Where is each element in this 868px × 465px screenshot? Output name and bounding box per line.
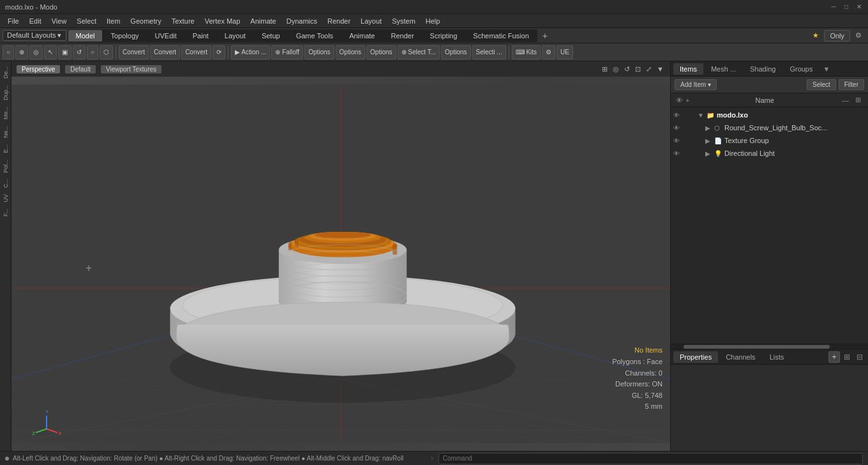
menu-item-select[interactable]: Select (71, 16, 101, 26)
layout-gear-button[interactable]: ⚙ (851, 30, 865, 41)
expand-toggle[interactable]: ▼ (698, 112, 705, 119)
left-tab-E[interactable]: E... (1, 142, 10, 156)
viewport-icon-grid[interactable]: ⊞ (601, 65, 609, 73)
expand-toggle[interactable]: ▶ (705, 125, 713, 132)
menu-item-vertex-map[interactable]: Vertex Map (200, 16, 246, 26)
expand-all-button[interactable]: ⊞ (853, 96, 863, 104)
toolbar-button-options4[interactable]: Options (441, 45, 470, 59)
toolbar-button-options1[interactable]: Options (304, 45, 334, 59)
left-tab-Ne[interactable]: Ne... (1, 123, 10, 141)
viewport-icon-expand[interactable]: ⤢ (645, 65, 653, 73)
toolbar-button-tool5[interactable]: ▣ (58, 45, 71, 59)
visibility-toggle[interactable]: 👁 (673, 150, 682, 157)
layout-tab-model[interactable]: Model (68, 30, 103, 42)
visibility-toggle[interactable]: 👁 (673, 137, 682, 144)
toolbar-button-options3[interactable]: Options (366, 45, 396, 59)
menu-item-file[interactable]: File (3, 16, 24, 26)
layout-tab-game-tools[interactable]: Game Tools (288, 30, 341, 42)
items-list[interactable]: 👁 ▼ 📁 modo.lxo 👁 ▶ ⬡ Round_Screw_Light_B… (671, 107, 868, 344)
toolbar-button-tool7[interactable]: ○ (87, 45, 98, 59)
items-scrollbar[interactable] (671, 344, 868, 349)
viewport-perspective-tag[interactable]: Perspective (17, 65, 60, 73)
layout-tab-render[interactable]: Render (383, 30, 421, 42)
expand-toggle[interactable]: ▶ (705, 150, 713, 157)
collapse-all-button[interactable]: — (840, 96, 851, 104)
properties-collapse-button[interactable]: ⊟ (854, 351, 865, 363)
menu-item-render[interactable]: Render (322, 16, 355, 26)
left-tab-Me[interactable]: Me... (1, 104, 10, 122)
visibility-toggle[interactable]: 👁 (673, 125, 682, 132)
toolbar-button-kits[interactable]: ⌨ Kits (512, 45, 541, 59)
toolbar-button-gear[interactable]: ⚙ (542, 45, 555, 59)
expand-toggle[interactable]: ▶ (705, 137, 713, 144)
layout-tab-paint[interactable]: Paint (185, 30, 216, 42)
menu-item-animate[interactable]: Animate (245, 16, 281, 26)
toolbar-button-falloff[interactable]: ⊕ Falloff (271, 45, 303, 59)
toolbar-button-select-t[interactable]: ⊕ Select T... (398, 45, 440, 59)
toolbar-button-tool8[interactable]: ⬡ (100, 45, 113, 59)
menu-item-help[interactable]: Help (421, 16, 445, 26)
menu-item-view[interactable]: View (47, 16, 72, 26)
tab-lists[interactable]: Lists (763, 351, 791, 363)
toolbar-button-convert1[interactable]: Convert (119, 45, 149, 59)
list-item[interactable]: 👁 ▶ 💡 Directional Light (671, 147, 868, 160)
viewport-icon-camera[interactable]: ◎ (611, 65, 620, 73)
toolbar-button-ue[interactable]: UE (557, 45, 573, 59)
layout-dropdown[interactable]: Default Layouts ▾ (3, 30, 66, 41)
toolbar-button-tool3[interactable]: ◎ (29, 45, 43, 59)
properties-expand-button[interactable]: ⊞ (841, 351, 853, 363)
left-tab-Pol[interactable]: Pol... (1, 157, 10, 176)
list-item[interactable]: 👁 ▶ ⬡ Round_Screw_Light_Bulb_Soc... (671, 121, 868, 134)
menu-item-texture[interactable]: Texture (167, 16, 200, 26)
select-button[interactable]: Select (807, 79, 836, 90)
viewport-icon-refresh[interactable]: ↺ (623, 65, 631, 73)
left-tab-F[interactable]: F... (1, 206, 10, 219)
tab-channels[interactable]: Channels (719, 351, 761, 363)
viewport[interactable]: Perspective Default Viewport Textures ⊞ … (11, 61, 670, 451)
toolbar-button-options2[interactable]: Options (336, 45, 365, 59)
left-tab-De[interactable]: De... (1, 64, 10, 81)
toolbar-button-tool1[interactable]: ○ (3, 45, 14, 59)
right-tab-groups[interactable]: Groups (783, 63, 819, 75)
toolbar-button-selecti[interactable]: Selecti ... (472, 45, 506, 59)
viewport-3d[interactable]: + (11, 77, 670, 451)
left-tab-UV[interactable]: UV (1, 192, 10, 205)
toolbar-button-tool2[interactable]: ⊕ (15, 45, 28, 59)
layout-add-button[interactable]: + (539, 29, 551, 42)
right-tab-more[interactable]: ▼ (820, 64, 832, 74)
right-tab-items[interactable]: Items (673, 63, 703, 75)
viewport-icon-menu[interactable]: ▼ (655, 65, 665, 73)
properties-add-button[interactable]: + (828, 351, 840, 363)
menu-item-system[interactable]: System (387, 16, 421, 26)
menu-item-item[interactable]: Item (101, 16, 125, 26)
right-tab-shading[interactable]: Shading (744, 63, 782, 75)
layout-tab-animate[interactable]: Animate (341, 30, 382, 42)
maximize-button[interactable]: □ (842, 3, 850, 11)
list-item[interactable]: 👁 ▼ 📁 modo.lxo (671, 109, 868, 121)
layout-star[interactable]: ★ (809, 30, 823, 41)
toolbar-button-action[interactable]: ▶ Action ... (231, 45, 270, 59)
filter-button[interactable]: Filter (839, 79, 864, 90)
viewport-icon-fit[interactable]: ⊡ (634, 65, 642, 73)
viewport-default-tag[interactable]: Default (65, 65, 96, 73)
left-tab-C[interactable]: C... (1, 176, 10, 190)
add-item-button[interactable]: Add Item ▾ (675, 79, 717, 90)
toolbar-button-tool9[interactable]: ⟳ (213, 45, 225, 59)
list-item[interactable]: 👁 ▶ 📄 Texture Group (671, 134, 868, 147)
viewport-texture-tag[interactable]: Viewport Textures (101, 65, 161, 73)
layout-tab-topology[interactable]: Topology (103, 30, 146, 42)
minimize-button[interactable]: ─ (830, 3, 837, 11)
layout-tab-scripting[interactable]: Scripting (423, 30, 465, 42)
close-button[interactable]: ✕ (855, 3, 863, 11)
layout-tab-setup[interactable]: Setup (254, 30, 288, 42)
toolbar-button-convert3[interactable]: Convert (181, 45, 211, 59)
menu-item-edit[interactable]: Edit (24, 16, 47, 26)
layout-tab-schematic-fusion[interactable]: Schematic Fusion (465, 30, 536, 42)
menu-item-layout[interactable]: Layout (355, 16, 387, 26)
menu-item-dynamics[interactable]: Dynamics (281, 16, 322, 26)
layout-tab-uvedit[interactable]: UVEdit (147, 30, 184, 42)
layout-tab-layout[interactable]: Layout (217, 30, 253, 42)
toolbar-button-tool4[interactable]: ↖ (44, 45, 57, 59)
menu-item-geometry[interactable]: Geometry (125, 16, 166, 26)
left-tab-Dup[interactable]: Dup... (1, 82, 10, 103)
